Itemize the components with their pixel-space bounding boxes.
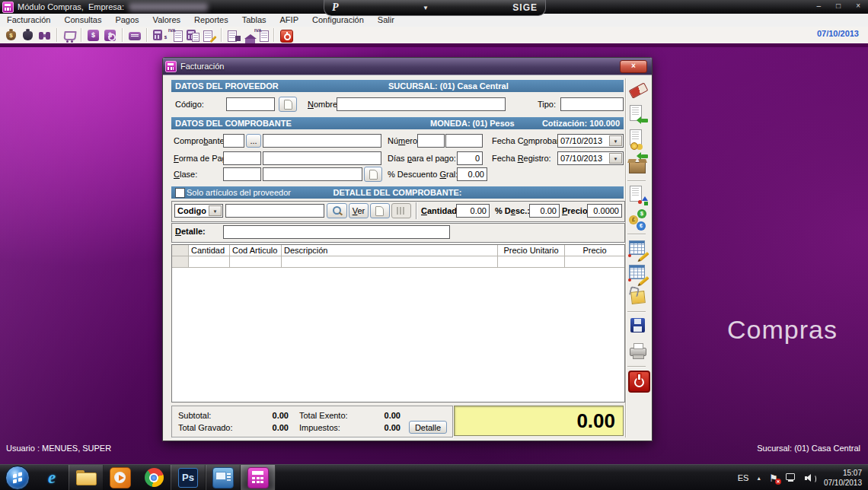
menu-pagos[interactable]: Pagos [108, 14, 145, 27]
start-button[interactable] [0, 465, 35, 490]
numero-label: Número: [388, 136, 420, 145]
dias-pago-input[interactable] [457, 151, 483, 165]
forma-pago-codigo-input[interactable] [223, 151, 261, 165]
facturacion-close-button[interactable]: × [620, 60, 647, 73]
col-descripcion[interactable]: Descripción [282, 245, 498, 256]
buscar-articulo-button[interactable] [327, 203, 347, 218]
sige-overlay-bar[interactable]: P ▼ SIGE [324, 0, 546, 16]
currency-coins-icon[interactable]: £$€ [628, 209, 648, 231]
precio-input[interactable] [587, 204, 622, 218]
clase-descripcion-input[interactable] [263, 167, 362, 181]
maximize-button[interactable]: □ [836, 2, 841, 10]
forma-pago-descripcion-input[interactable] [263, 151, 381, 165]
chevron-down-icon[interactable]: ▼ [609, 153, 622, 164]
printer-icon[interactable] [628, 340, 648, 361]
fecha-comprobante-combo[interactable]: 07/10/2013 ▼ [557, 134, 624, 148]
barcode-button[interactable] [391, 203, 411, 218]
clase-codigo-input[interactable] [223, 167, 261, 181]
document-building-icon[interactable] [226, 28, 241, 43]
menu-facturacion[interactable]: Facturación [0, 14, 57, 27]
solo-articulos-checkbox[interactable] [175, 188, 185, 198]
codigo-browse-button[interactable] [279, 97, 297, 112]
codigo-input[interactable] [226, 97, 275, 111]
detalle-impuestos-button[interactable]: Detalle [409, 421, 447, 434]
file-explorer-button[interactable] [69, 465, 104, 490]
goods-box-return-icon[interactable] [628, 154, 648, 176]
photoshop-button[interactable]: Ps [171, 465, 206, 490]
comprobante-codigo-input[interactable] [223, 134, 244, 148]
purchase-cart-icon[interactable] [62, 28, 77, 43]
dias-pago-label: Días para el pago: [388, 154, 456, 163]
detalle-input[interactable] [223, 225, 450, 239]
clase-browse-button[interactable] [364, 167, 382, 182]
articulo-buscar-input[interactable] [225, 204, 324, 218]
invoice-dollar-icon[interactable]: $ [86, 28, 101, 43]
action-center-flag-icon[interactable]: ⚑✕ [769, 473, 778, 483]
hidden-icons-arrow[interactable]: ▲ [756, 476, 761, 481]
proveedor-header-label: DATOS DEL PROVEEDOR [175, 81, 279, 91]
exit-power-icon[interactable] [628, 371, 648, 392]
keyboard-language[interactable]: ES [738, 473, 749, 482]
grid-edit-prices-icon[interactable] [628, 262, 648, 284]
supplier-money-bag-icon[interactable]: $ [4, 28, 19, 43]
facturacion-titlebar[interactable]: Facturación × [163, 58, 652, 75]
document-payment-icon[interactable] [628, 129, 648, 150]
col-cantidad[interactable]: Cantidad [189, 245, 230, 256]
speaker-icon[interactable] [805, 473, 816, 483]
chrome-button[interactable] [137, 465, 171, 490]
tipo-input[interactable] [560, 97, 624, 111]
minimize-button[interactable]: – [817, 2, 822, 10]
menu-consultas[interactable]: Consultas [57, 14, 108, 27]
ver-button[interactable]: Ver [349, 203, 369, 218]
calculator-document-icon[interactable] [185, 28, 200, 43]
grid-edit-articles-icon[interactable] [628, 238, 648, 259]
document-import-icon[interactable] [628, 104, 648, 126]
internet-explorer-button[interactable]: e [35, 465, 69, 490]
fecha-registro-combo[interactable]: 07/10/2013 ▼ [557, 151, 624, 165]
accounts-bag-icon[interactable] [21, 28, 36, 43]
col-selector[interactable] [172, 245, 189, 256]
system-tray: ES ▲ ⚑✕ 15:07 07/10/2013 [732, 465, 868, 490]
comprobante-descripcion-input[interactable] [263, 134, 381, 148]
col-precio-unitario[interactable]: Precio Unitario [498, 245, 565, 256]
descuento-input[interactable] [457, 167, 487, 181]
close-button[interactable]: × [856, 2, 860, 10]
eraser-icon[interactable] [628, 80, 648, 101]
network-icon[interactable] [786, 473, 797, 482]
sidebar-divider [625, 78, 627, 438]
numero-comprobante-input[interactable] [445, 134, 483, 148]
iva-report-icon[interactable]: IVA [254, 28, 270, 43]
menu-reportes[interactable]: Reportes [187, 14, 235, 27]
exit-power-icon[interactable] [279, 28, 294, 43]
numero-sucursal-input[interactable] [417, 134, 445, 148]
card-index-icon[interactable] [127, 28, 142, 43]
menu-afip[interactable]: AFIP [273, 14, 305, 27]
col-precio[interactable]: Precio [565, 245, 624, 256]
calculator-app-icon [247, 467, 269, 488]
save-floppy-icon[interactable] [628, 316, 648, 337]
grid-empty-row[interactable] [172, 256, 624, 268]
note-attachment-icon[interactable] [628, 287, 648, 308]
chevron-down-icon[interactable]: ▼ [339, 5, 513, 11]
tray-clock[interactable]: 15:07 07/10/2013 [824, 468, 862, 488]
cantidad-input[interactable] [456, 204, 490, 218]
comprobante-dots-button[interactable]: ... [246, 134, 261, 148]
invoice-search-icon[interactable]: $ [103, 28, 118, 43]
col-cod-articulo[interactable]: Cod Articulo [230, 245, 282, 256]
chevron-down-icon[interactable]: ▼ [209, 205, 222, 216]
document-tax-items-icon[interactable] [628, 185, 648, 206]
buscar-por-combo[interactable]: Codigo ▼ [174, 204, 223, 218]
desc-input[interactable] [529, 204, 560, 218]
iva-document-icon[interactable]: IVA [168, 28, 183, 43]
binoculars-search-icon[interactable] [37, 28, 53, 43]
document-edit-icon[interactable] [202, 28, 217, 43]
nombre-input[interactable] [337, 97, 506, 111]
media-player-button[interactable] [104, 465, 137, 490]
menu-tablas[interactable]: Tablas [235, 14, 273, 27]
compras-app-button[interactable] [241, 465, 276, 490]
nuevo-articulo-button[interactable] [370, 203, 390, 218]
calculator-dollar-icon[interactable]: $ [152, 28, 167, 43]
system-panel-button[interactable] [206, 465, 241, 490]
chevron-down-icon[interactable]: ▼ [609, 135, 622, 146]
menu-valores[interactable]: Valores [146, 14, 187, 27]
